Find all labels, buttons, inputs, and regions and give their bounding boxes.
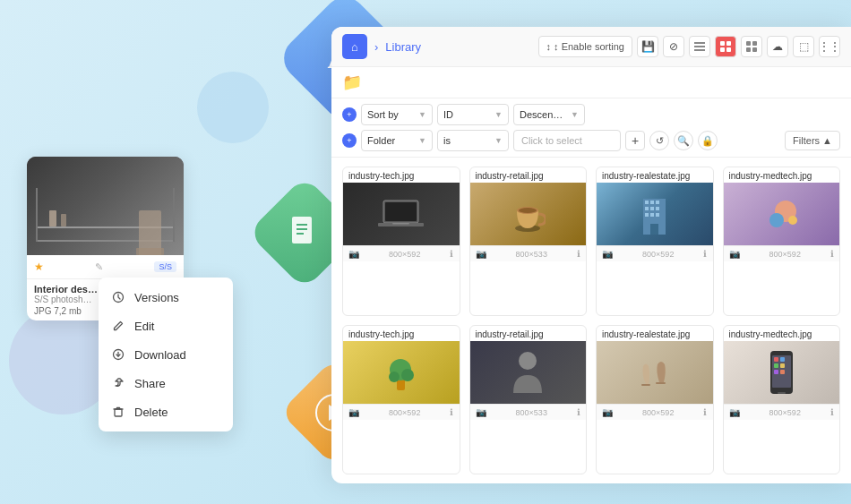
menu-label-edit: Edit [134, 320, 154, 333]
svg-rect-21 [746, 47, 751, 52]
folder-row: 📁 [331, 67, 851, 98]
laptop-svg [376, 196, 426, 232]
menu-item-versions[interactable]: Versions [99, 283, 233, 312]
grid-item-thumb-3 [724, 183, 840, 245]
toolbar-right: ↕ ↕ Enable sorting 💾 ⊘ [538, 36, 840, 57]
grid-item-size-3: 800×592 [769, 250, 801, 259]
thumb-overlay-6 [597, 341, 713, 404]
filter-sort-by[interactable]: Sort by ▼ [361, 104, 433, 125]
menu-item-delete[interactable]: Delete [99, 397, 233, 426]
svg-rect-13 [694, 46, 705, 47]
dam-panel: ⌂ › Library ↕ ↕ Enable sorting 💾 ⊘ [331, 27, 851, 483]
menu-label-delete: Delete [134, 406, 168, 419]
grid-info-icon-6: ℹ [703, 407, 707, 417]
filter-folder-label: Folder [367, 135, 395, 146]
grid-item-1[interactable]: industry-retail.jpg 📷 800×533 ℹ [469, 167, 588, 316]
grid-item-size-6: 800×592 [642, 408, 674, 417]
svg-rect-32 [650, 201, 654, 204]
svg-rect-56 [780, 363, 785, 368]
filter-toggle-2[interactable]: + [342, 133, 357, 148]
svg-point-43 [788, 216, 797, 225]
menu-label-share: Share [134, 377, 166, 390]
filter-folder[interactable]: Folder ▼ [361, 130, 433, 151]
save-view-button[interactable]: 💾 [637, 36, 658, 57]
grid-item-3[interactable]: industry-medtech.jpg 📷 800×592 ℹ [723, 167, 841, 316]
grid-camera-icon-5: 📷 [476, 407, 486, 417]
apps-button[interactable]: ⋮⋮ [819, 36, 840, 57]
filter-toggle-1[interactable]: + [342, 107, 357, 122]
grid-info-icon-2: ℹ [703, 249, 707, 259]
svg-rect-19 [746, 41, 751, 46]
filter-direction[interactable]: Descen… ▼ [513, 104, 585, 125]
grid-item-size-1: 800×533 [516, 250, 547, 259]
coffee-svg [510, 194, 546, 235]
grid-item-5[interactable]: industry-retail.jpg 📷 800×533 ℹ [469, 325, 588, 474]
asset-star: ★ [34, 261, 44, 273]
enable-sorting-button[interactable]: ↕ ↕ Enable sorting [538, 36, 632, 57]
folder-icon[interactable]: 📁 [342, 73, 362, 91]
grid-item-footer-0: 📷 800×592 ℹ [343, 245, 460, 261]
view-toggle-button[interactable]: ⬚ [793, 36, 814, 57]
menu-item-edit[interactable]: Edit [99, 312, 233, 340]
grid-item-title-1: industry-retail.jpg [470, 167, 587, 183]
svg-rect-37 [645, 213, 649, 217]
filter-is-arrow: ▼ [494, 136, 503, 145]
grid-item-thumb-0 [343, 183, 460, 245]
svg-rect-17 [720, 47, 725, 52]
disable-button[interactable]: ⊘ [663, 36, 684, 57]
grid-item-footer-6: 📷 800×592 ℹ [597, 404, 713, 420]
filter-is[interactable]: is ▼ [437, 130, 509, 151]
grid-item-footer-5: 📷 800×533 ℹ [470, 404, 587, 420]
grid-item-title-4: industry-tech.jpg [343, 326, 460, 341]
grid-large-button[interactable] [741, 36, 762, 57]
view-button-2[interactable] [715, 36, 736, 57]
shelf-left [36, 188, 38, 242]
home-button[interactable]: ⌂ [342, 34, 367, 59]
menu-item-download[interactable]: Download [99, 340, 233, 369]
document-icon [288, 215, 321, 251]
grid-item-size-2: 800×592 [642, 250, 674, 259]
grid-item-7[interactable]: industry-medtech.jpg [723, 325, 841, 474]
person-svg [508, 348, 548, 397]
filter-id[interactable]: ID ▼ [437, 104, 509, 125]
menu-label-download: Download [134, 348, 186, 362]
filter-search-button[interactable]: 🔍 [674, 131, 693, 150]
grid-item-size-5: 800×533 [516, 408, 547, 417]
grid-info-icon-5: ℹ [577, 407, 580, 417]
filter-click-to-select[interactable]: Click to select [513, 130, 621, 151]
filter-add-button[interactable]: + [625, 131, 645, 150]
filter-lock-button[interactable]: 🔒 [698, 131, 718, 150]
filter-is-label: is [443, 135, 451, 146]
cloud-button[interactable]: ☁ [767, 36, 788, 57]
shelf-item-2 [61, 214, 66, 226]
grid-info-icon-7: ℹ [830, 407, 834, 417]
grid-item-4[interactable]: industry-tech.jpg 📷 800×592 ℹ [342, 325, 460, 474]
svg-rect-26 [392, 223, 409, 225]
grid-item-thumb-7 [724, 341, 840, 404]
filters-toggle-button[interactable]: Filters ▲ [785, 131, 840, 150]
svg-rect-55 [774, 363, 778, 368]
view-button-1[interactable] [689, 36, 710, 57]
filter-row-1: + Sort by ▼ ID ▼ Descen… ▼ [342, 104, 840, 125]
grid-info-icon-3: ℹ [830, 249, 834, 259]
svg-rect-18 [726, 47, 731, 52]
thumb-overlay-1 [470, 183, 587, 245]
grid-item-6[interactable]: industry-realestate.jpg 📷 800×592 ℹ [596, 325, 714, 474]
grid-item-0[interactable]: industry-tech.jpg 📷 800×592 ℹ [342, 167, 460, 316]
asset-edit-icon: ✎ [95, 261, 103, 273]
thumb-overlay-2 [597, 183, 713, 245]
svg-rect-16 [726, 41, 731, 46]
grid-item-2[interactable]: industry-realestate.jpg [596, 167, 714, 316]
svg-rect-12 [694, 42, 705, 44]
svg-rect-20 [752, 41, 757, 46]
decorative-circle-blue [197, 72, 269, 143]
asset-card-image [27, 157, 184, 255]
filter-reset-button[interactable]: ↺ [649, 131, 669, 150]
svg-rect-40 [650, 224, 658, 235]
chair-seat [136, 248, 164, 255]
menu-item-share[interactable]: Share [99, 369, 233, 397]
grid-item-thumb-1 [470, 183, 587, 245]
grid-camera-icon-1: 📷 [476, 249, 486, 259]
svg-point-42 [769, 213, 784, 227]
trash-icon [111, 405, 125, 419]
